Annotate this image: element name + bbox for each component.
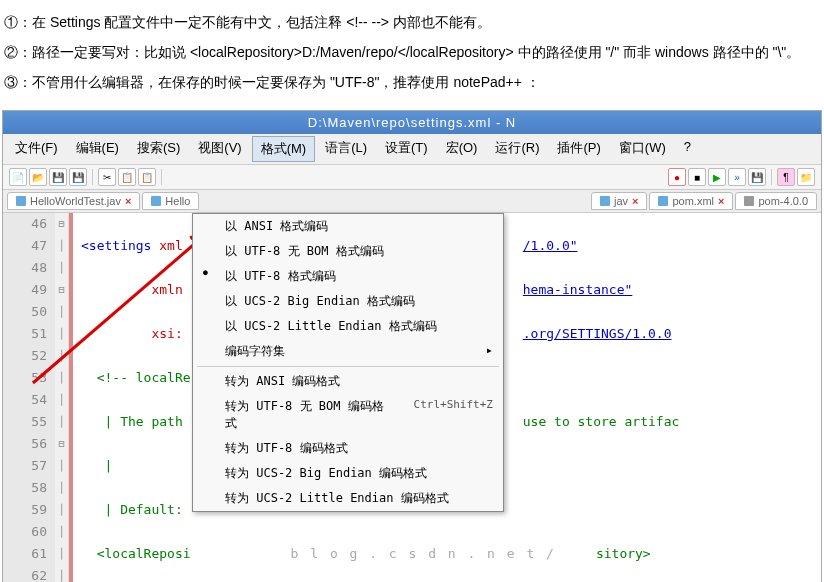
menu-window[interactable]: 窗口(W) bbox=[611, 136, 674, 162]
save-macro-icon[interactable]: 💾 bbox=[748, 168, 766, 186]
format-menu-dropdown: 以 ANSI 格式编码 以 UTF-8 无 BOM 格式编码 以 UTF-8 格… bbox=[192, 213, 504, 512]
fast-icon[interactable]: » bbox=[728, 168, 746, 186]
menu-item-to-utf8[interactable]: 转为 UTF-8 编码格式 bbox=[193, 436, 503, 461]
instruction-notes: ①：在 Settings 配置文件中一定不能有中文，包括注释 <!-- --> … bbox=[0, 0, 824, 106]
menu-item-to-ucs2-le[interactable]: 转为 UCS-2 Little Endian 编码格式 bbox=[193, 486, 503, 511]
note-1: ①：在 Settings 配置文件中一定不能有中文，包括注释 <!-- --> … bbox=[4, 8, 820, 36]
tab-file-1[interactable]: HelloWorldTest.jav× bbox=[7, 192, 140, 210]
menu-plugins[interactable]: 插件(P) bbox=[549, 136, 608, 162]
save-icon[interactable]: 💾 bbox=[49, 168, 67, 186]
menu-separator bbox=[197, 366, 499, 367]
menu-run[interactable]: 运行(R) bbox=[487, 136, 547, 162]
paste-icon[interactable]: 📋 bbox=[138, 168, 156, 186]
copy-icon[interactable]: 📋 bbox=[118, 168, 136, 186]
menu-item-ansi[interactable]: 以 ANSI 格式编码 bbox=[193, 214, 503, 239]
menu-item-utf8[interactable]: 以 UTF-8 格式编码 bbox=[193, 264, 503, 289]
menu-file[interactable]: 文件(F) bbox=[7, 136, 66, 162]
menu-item-utf8-nobom[interactable]: 以 UTF-8 无 BOM 格式编码 bbox=[193, 239, 503, 264]
menu-view[interactable]: 视图(V) bbox=[190, 136, 249, 162]
menu-language[interactable]: 语言(L) bbox=[317, 136, 375, 162]
stop-icon[interactable]: ■ bbox=[688, 168, 706, 186]
menu-format[interactable]: 格式(M) bbox=[252, 136, 316, 162]
menu-edit[interactable]: 编辑(E) bbox=[68, 136, 127, 162]
play-icon[interactable]: ▶ bbox=[708, 168, 726, 186]
note-2: ②：路径一定要写对：比如说 <localRepository>D:/Maven/… bbox=[4, 38, 820, 66]
menu-help[interactable]: ? bbox=[676, 136, 699, 162]
notepad-plus-plus-window: D:\Maven\repo\settings.xml - N 文件(F) 编辑(… bbox=[2, 110, 822, 582]
tab-bar: HelloWorldTest.jav× Hello jav× pom.xml× … bbox=[3, 190, 821, 213]
menu-item-ucs2-le[interactable]: 以 UCS-2 Little Endian 格式编码 bbox=[193, 314, 503, 339]
menu-search[interactable]: 搜索(S) bbox=[129, 136, 188, 162]
menu-item-charset[interactable]: 编码字符集 bbox=[193, 339, 503, 364]
tab-file-4[interactable]: pom.xml× bbox=[649, 192, 733, 210]
new-file-icon[interactable]: 📄 bbox=[9, 168, 27, 186]
tab-file-2[interactable]: Hello bbox=[142, 192, 199, 210]
close-icon[interactable]: × bbox=[632, 195, 638, 207]
menu-settings[interactable]: 设置(T) bbox=[377, 136, 436, 162]
tab-file-5[interactable]: pom-4.0.0 bbox=[735, 192, 817, 210]
shortcut-label: Ctrl+Shift+Z bbox=[394, 398, 493, 432]
line-numbers: 464748 495051 525354 555657 585960 61626… bbox=[3, 213, 55, 582]
menu-item-ucs2-be[interactable]: 以 UCS-2 Big Endian 格式编码 bbox=[193, 289, 503, 314]
note-3: ③：不管用什么编辑器，在保存的时候一定要保存为 "UTF-8"，推荐使用 not… bbox=[4, 68, 820, 96]
menu-item-to-ansi[interactable]: 转为 ANSI 编码格式 bbox=[193, 369, 503, 394]
tab-file-3[interactable]: jav× bbox=[591, 192, 648, 210]
folder-icon[interactable]: 📁 bbox=[797, 168, 815, 186]
menu-macro[interactable]: 宏(O) bbox=[438, 136, 486, 162]
save-all-icon[interactable]: 💾 bbox=[69, 168, 87, 186]
open-file-icon[interactable]: 📂 bbox=[29, 168, 47, 186]
close-icon[interactable]: × bbox=[718, 195, 724, 207]
window-title: D:\Maven\repo\settings.xml - N bbox=[3, 111, 821, 134]
hide-chars-icon[interactable]: ¶ bbox=[777, 168, 795, 186]
close-icon[interactable]: × bbox=[125, 195, 131, 207]
menu-bar: 文件(F) 编辑(E) 搜索(S) 视图(V) 格式(M) 语言(L) 设置(T… bbox=[3, 134, 821, 165]
menu-item-to-ucs2-be[interactable]: 转为 UCS-2 Big Endian 编码格式 bbox=[193, 461, 503, 486]
toolbar: 📄 📂 💾 💾 ✂ 📋 📋 ● ■ ▶ » 💾 ¶ 📁 bbox=[3, 165, 821, 190]
cut-icon[interactable]: ✂ bbox=[98, 168, 116, 186]
code-editor[interactable]: 464748 495051 525354 555657 585960 61626… bbox=[3, 213, 821, 582]
menu-item-to-utf8-nobom[interactable]: 转为 UTF-8 无 BOM 编码格式Ctrl+Shift+Z bbox=[193, 394, 503, 436]
record-icon[interactable]: ● bbox=[668, 168, 686, 186]
fold-column[interactable]: ⊟││⊟││ ││││⊟│ ││││││ bbox=[55, 213, 69, 582]
